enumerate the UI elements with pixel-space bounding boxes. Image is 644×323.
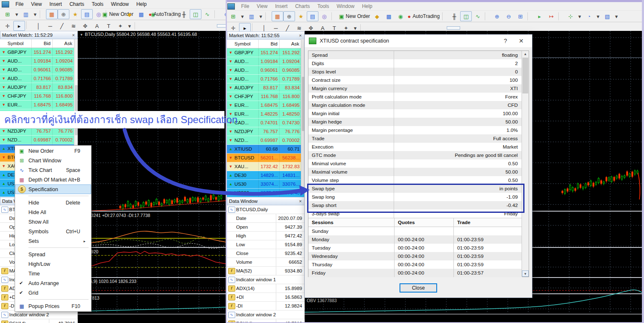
toolbar-button[interactable]	[265, 12, 270, 20]
specification-row[interactable]: Stops level 0	[308, 68, 522, 76]
autotrading-button[interactable]: ● AutoTrading	[159, 9, 171, 19]
new-chart-dropdown[interactable]: ▾	[13, 9, 20, 19]
toolbar-button[interactable]	[214, 10, 219, 18]
templates-button[interactable]: ▧	[601, 11, 613, 21]
menu-item[interactable]: Window	[107, 0, 133, 8]
row-chfjpy[interactable]: ▼ CHFJPY 116.768 116.800	[0, 92, 78, 101]
specification-row[interactable]: Minimal volume 0.50	[308, 159, 522, 168]
timeframe-button[interactable]	[393, 26, 407, 30]
auto-scroll-button[interactable]: ▸	[534, 11, 545, 21]
scroll-up-icon[interactable]: ▲	[522, 51, 529, 57]
market-watch-toggle[interactable]: ▦	[46, 9, 58, 19]
text-label-tool[interactable]: T	[103, 21, 115, 31]
scrollbar-thumb[interactable]	[522, 58, 528, 93]
toolbar-button[interactable]	[252, 23, 257, 31]
zoom-out-button[interactable]: ⊖	[503, 11, 514, 21]
vertical-line-tool[interactable]: │	[33, 21, 44, 31]
navigator-toggle[interactable]: ⊕	[283, 11, 295, 21]
row-eur-1[interactable]: ▼ EUR... 1.68475 1.68495	[0, 101, 78, 109]
specification-row[interactable]: GTC mode Pendings are good till cancel	[308, 151, 522, 159]
tile-windows-button[interactable]: ⊞	[514, 11, 526, 21]
menu-item[interactable]: Tools	[88, 0, 107, 8]
row-audusd[interactable]: ▼ AUD... 1.09184 1.09204	[227, 57, 305, 66]
row-audjpy[interactable]: ▼ AUDJPY 83.817 83.834	[227, 83, 305, 92]
menu-item[interactable]: File	[237, 3, 253, 10]
periods-dropdown[interactable]: ▾	[595, 11, 601, 21]
bar-chart-button[interactable]: ╫	[448, 11, 460, 21]
row-xau[interactable]: ▼ XAU... 1732.42 1732.83	[227, 162, 305, 171]
session-row[interactable]: Tuesday 00:00-24:00 01:00-23:59	[308, 244, 522, 252]
row-audjpy[interactable]: ▼ AUDJPY 83.817 83.834	[0, 83, 78, 92]
timeframe-button[interactable]	[433, 26, 447, 30]
candlestick-button[interactable]: ◫	[460, 11, 472, 21]
arrows-tool[interactable]: ✦	[115, 21, 126, 31]
row-us500[interactable]: ▲ US500 3972.90 3973.40	[227, 189, 305, 197]
menu-item-specification[interactable]: $ Specification	[15, 184, 91, 194]
specification-row[interactable]: Swap short -0.42	[308, 201, 522, 209]
toolbar-button[interactable]	[26, 21, 31, 29]
row-audcad[interactable]: ▼ AUD... 0.96061 0.96085	[0, 66, 78, 74]
specification-row[interactable]: Volume step 0.50	[308, 176, 522, 184]
profiles-button[interactable]: ▥	[246, 11, 257, 21]
fibonacci-tool[interactable]: ✥	[79, 21, 91, 31]
timeframe-button[interactable]	[407, 26, 420, 30]
row-eur-2[interactable]: ▼ EUR... 1.48225 1.48250	[227, 110, 305, 119]
menu-item-new-order[interactable]: ▣ New Order F9	[15, 146, 91, 156]
terminal-button[interactable]: ▩	[135, 9, 147, 19]
profiles-dropdown[interactable]: ▾	[257, 11, 264, 21]
market-watch-toggle[interactable]: ▦	[272, 11, 283, 21]
specification-row[interactable]: Maximal volume 50.00	[308, 168, 522, 176]
timeframe-button[interactable]	[367, 26, 380, 30]
menu-item-hide-all[interactable]: Hide All	[15, 207, 91, 217]
line-chart-button[interactable]: ∿	[472, 11, 484, 21]
toolbar-button[interactable]	[442, 12, 447, 20]
text-tool[interactable]: A	[91, 21, 103, 31]
strategy-tester-button[interactable]: ◎	[318, 11, 330, 21]
profiles-button[interactable]: ▥	[20, 9, 32, 19]
bar-chart-button[interactable]: ╫	[178, 9, 190, 19]
row-audusd[interactable]: ▼ AUD... 1.09184 1.09204	[0, 57, 78, 66]
menu-item[interactable]: Help	[132, 0, 150, 8]
expert-advisors-button[interactable]: ◆	[371, 11, 383, 21]
session-row[interactable]: Thursday 00:00-24:00 01:00-23:59	[308, 260, 522, 269]
row-de30[interactable]: ▲ DE30 14829... 14831...	[227, 171, 305, 180]
menu-item[interactable]: Charts	[291, 3, 313, 10]
close-icon[interactable]: ×	[71, 33, 76, 38]
row-chfjpy[interactable]: ▼ CHFJPY 116.768 116.800	[227, 92, 305, 101]
new-chart-button[interactable]: ⊞	[2, 9, 13, 19]
menu-item[interactable]: Window	[333, 3, 359, 10]
arrows-dropdown[interactable]: ▾	[126, 21, 133, 31]
row-nzdjpy[interactable]: ▼ NZDJPY 76.757 76.776	[227, 127, 305, 136]
row-gbpjpy[interactable]: ▼ GBPJPY 151.274 151.292	[227, 48, 305, 57]
row-nzd[interactable]: ▼ NZD... 0.69987 0.70002	[227, 136, 305, 145]
timeframe-button[interactable]	[190, 24, 204, 28]
row-us30[interactable]: ▲ US30 33074... 33076...	[227, 180, 305, 189]
new-chart-dropdown[interactable]: ▾	[239, 11, 246, 21]
line-chart-button[interactable]: ∿	[201, 9, 213, 19]
menu-item-show-all[interactable]: Show All	[15, 217, 91, 227]
specification-row[interactable]: 3-days swap Friday	[308, 209, 522, 218]
menu-item[interactable]: File	[12, 0, 27, 8]
timeframe-button[interactable]	[420, 26, 433, 30]
menu-item-sets[interactable]: Sets ▸	[15, 236, 91, 246]
toolbar-button[interactable]	[172, 10, 177, 18]
specification-row[interactable]: Profit calculation mode Forex	[308, 93, 522, 101]
menu-item-hide[interactable]: Hide Delete	[15, 198, 91, 207]
trendline-tool[interactable]: ╱	[56, 21, 68, 31]
help-button[interactable]: ?	[499, 37, 511, 45]
timeframe-button[interactable]	[204, 24, 217, 28]
navigator-toggle[interactable]: ⊕	[58, 9, 69, 19]
dialog-scrollbar[interactable]: ▲ ▼	[522, 51, 529, 277]
toolbar-button[interactable]	[558, 12, 563, 20]
menu-item[interactable]: View	[253, 3, 271, 10]
timeframe-button[interactable]	[177, 24, 190, 28]
specification-row[interactable]: Trade Full access	[308, 134, 522, 143]
menu-item-popup-prices[interactable]: ▦ Popup Prices F10	[15, 301, 91, 311]
toolbar-button[interactable]	[40, 10, 45, 18]
candlestick-button[interactable]: ◫	[190, 9, 201, 19]
menu-item-spread[interactable]: Spread	[15, 250, 91, 259]
menu-item[interactable]: Charts	[66, 0, 88, 8]
terminal-button[interactable]: ▩	[383, 11, 395, 21]
scroll-down-icon[interactable]: ▼	[522, 270, 529, 277]
specification-row[interactable]: Margin hedge 50.00	[308, 118, 522, 126]
